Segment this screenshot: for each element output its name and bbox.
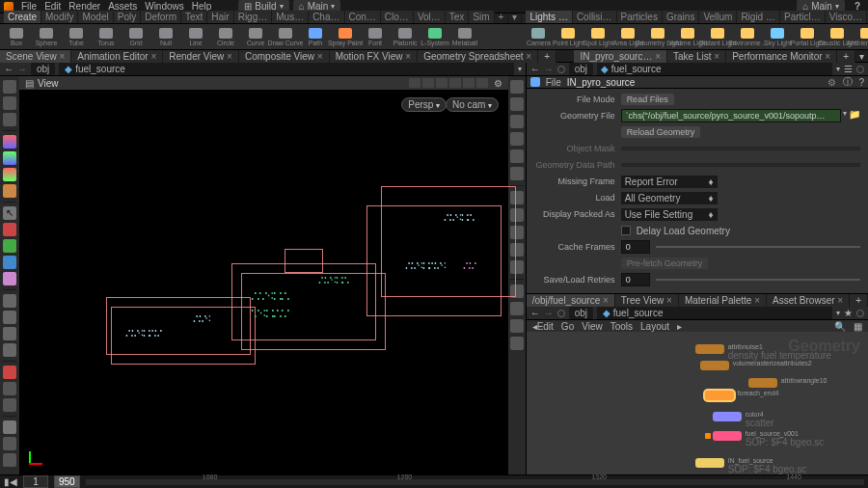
shelf-tab[interactable]: Modify [41, 11, 78, 23]
plus-icon[interactable]: + [538, 50, 556, 63]
prefetch-button[interactable]: Pre-fetch Geometry [621, 258, 709, 269]
shelf-tool[interactable]: Curve [241, 25, 270, 49]
net-menu-edit[interactable]: ◂Edit [532, 321, 554, 332]
shelf-tab[interactable]: Hair [207, 11, 233, 23]
arrow-tool-icon[interactable]: ↖ [3, 206, 16, 220]
misc-tool-icon[interactable] [3, 382, 16, 395]
net-menu-tools[interactable]: Tools [610, 321, 633, 332]
network-node[interactable] [700, 361, 729, 370]
tab-motion-fx[interactable]: Motion FX View [330, 50, 418, 63]
shelf-tool[interactable]: L-System [420, 25, 449, 49]
translate-tool-icon[interactable] [3, 135, 16, 149]
star-icon[interactable]: ★ [844, 308, 853, 318]
plus-icon[interactable]: + [495, 11, 509, 23]
shelf-tab[interactable]: Create [4, 11, 41, 23]
pane-menu-icon[interactable]: ▾ [855, 51, 868, 62]
display-opt-icon[interactable] [510, 149, 524, 163]
cache-frames-field[interactable]: 0 [621, 240, 650, 254]
misc-tool-icon[interactable] [3, 453, 16, 467]
shelf-tab[interactable]: Vol… [414, 11, 446, 23]
plus-icon[interactable]: + [837, 50, 855, 63]
tab-render-view[interactable]: Render View [163, 50, 239, 63]
path-level[interactable]: obj [31, 63, 55, 75]
net-menu-more[interactable]: ▸ [677, 321, 682, 332]
shelf-tab[interactable]: Particles [617, 11, 663, 23]
shelf-tab[interactable]: Text [181, 11, 207, 23]
reload-button[interactable]: Reload Geometry [621, 126, 701, 138]
pin-icon[interactable] [557, 66, 565, 73]
shelf-tool[interactable]: Tube [62, 25, 91, 49]
missing-frame-dropdown[interactable]: Report Error♦ [621, 176, 718, 188]
vp-menu-icon[interactable]: ▤ [25, 78, 34, 89]
shelf-tool[interactable]: Ambient Light [853, 25, 868, 49]
shelf-tool[interactable]: Sphere [32, 25, 61, 49]
shelf-tab[interactable]: Con… [345, 11, 381, 23]
tab-parm[interactable]: IN_pyro_sourc… [574, 50, 667, 63]
viewport-3d[interactable]: Persp ▾ No cam ▾ ∴∵⁖∷∴∵ ∴∵⁖ ∴∵⁖∷∴∵⁖∷∴∵ ∴… [19, 90, 508, 474]
shelf-tool[interactable]: Volume Light [673, 25, 702, 49]
net-path-level[interactable]: obj [569, 307, 593, 319]
shelf-tool[interactable]: Point Light [554, 25, 583, 49]
shelf-tool[interactable]: Line [181, 25, 210, 49]
select-tool-icon[interactable] [3, 80, 16, 94]
display-opt-icon[interactable] [510, 80, 524, 94]
shelf-tab[interactable]: Visco… [826, 11, 867, 23]
filter-icon[interactable]: ☰ [844, 64, 853, 74]
tab-material[interactable]: Material Palette [679, 294, 767, 307]
rotate-tool-icon[interactable] [3, 151, 16, 165]
retries-field[interactable]: 0 [621, 273, 650, 286]
nav-fwd-icon[interactable]: → [544, 64, 554, 74]
geometry-file-field[interactable]: `chs("/obj/fuel_source/pyro_source_v001/… [621, 109, 841, 122]
snap-curve-icon[interactable] [3, 239, 16, 253]
tab-take-list[interactable]: Take List [667, 50, 726, 63]
shelf-tool[interactable]: Spray Paint [331, 25, 360, 49]
shelf-tab[interactable]: Poly [114, 11, 141, 23]
parm-path-level[interactable]: obj [569, 63, 593, 75]
pin-icon[interactable] [557, 310, 565, 317]
chevron-down-icon[interactable]: ▾ [518, 65, 522, 73]
display-opt-icon[interactable] [510, 132, 524, 146]
start-frame-field[interactable]: 1 [23, 475, 48, 488]
help-icon[interactable]: ? [858, 77, 864, 88]
chevron-down-icon[interactable]: ▾ [836, 65, 840, 73]
vp-mode-icon[interactable] [476, 78, 488, 88]
shelf-tool[interactable]: Grid [122, 25, 150, 49]
net-search-icon[interactable]: 🔍 [834, 321, 846, 332]
net-path[interactable]: ◆ fuel_source [597, 307, 832, 319]
shelf-tab[interactable]: Mus… [272, 11, 309, 23]
shelf-tab[interactable]: Lights … [526, 11, 572, 23]
nav-back-icon[interactable]: ← [4, 64, 14, 74]
delay-load-checkbox[interactable] [621, 226, 631, 235]
net-menu-go[interactable]: Go [561, 321, 574, 332]
chevron-down-icon[interactable]: ▾ [836, 309, 840, 317]
timeline-track[interactable]: 1080 1200 1320 1440 [86, 479, 864, 485]
network-node[interactable] [713, 412, 742, 421]
nav-back-icon[interactable]: ← [530, 308, 540, 318]
tab-composite-view[interactable]: Composite View [239, 50, 330, 63]
shelf-tab[interactable]: Deform [141, 11, 181, 23]
shelf-tool[interactable]: Circle [211, 25, 240, 49]
brush-tool-icon[interactable] [3, 113, 16, 126]
shelf-tab[interactable]: Model [78, 11, 113, 23]
display-opt-icon[interactable] [510, 115, 524, 128]
slider[interactable] [656, 279, 860, 281]
render-region-icon[interactable] [3, 327, 16, 340]
network-node[interactable] [695, 344, 724, 354]
parm-path[interactable]: ◆ fuel_source [597, 63, 832, 75]
vp-mode-icon[interactable] [409, 78, 420, 88]
shelf-tab[interactable]: Collisi… [573, 11, 617, 23]
vp-mode-icon[interactable] [436, 78, 448, 88]
vp-mode-icon[interactable] [463, 78, 475, 88]
display-opt-icon[interactable] [510, 302, 524, 315]
play-back-icon[interactable]: ▮◀ [4, 476, 17, 487]
chevron-down-icon[interactable]: ▾ [843, 109, 847, 122]
tab-tree-view[interactable]: Tree View [615, 294, 679, 307]
gear-icon[interactable]: ⚙ [494, 78, 502, 89]
tab-scene-view[interactable]: Scene View [0, 50, 71, 63]
path-location[interactable]: ◆ fuel_source [59, 63, 513, 75]
flipbook-icon[interactable] [3, 343, 16, 357]
shelf-tool[interactable]: Platonic [391, 25, 420, 49]
file-mode-button[interactable]: Read Files [621, 94, 674, 105]
inspect-tool-icon[interactable] [3, 311, 16, 324]
network-node[interactable] [695, 458, 724, 468]
